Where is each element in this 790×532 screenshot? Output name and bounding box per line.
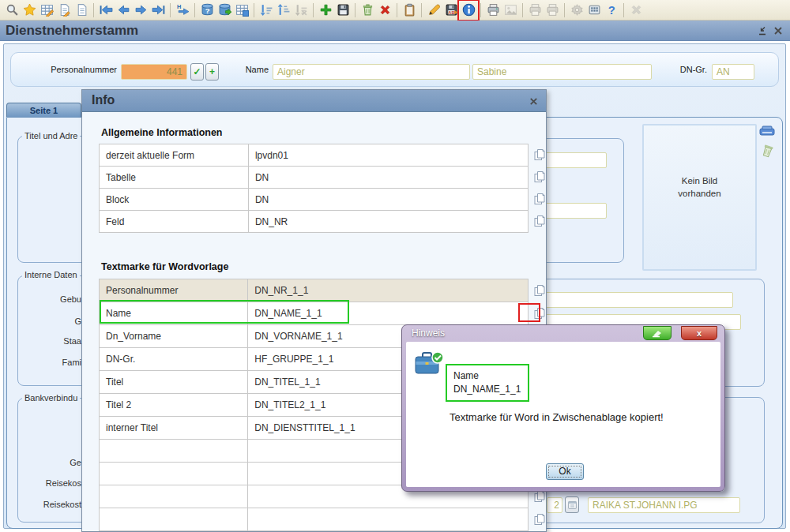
bank-number-input[interactable]: 2 <box>547 497 562 513</box>
bookmark-row: PersonalnummerDN_NR_1_1 <box>100 279 529 302</box>
clipboard-icon[interactable] <box>401 2 418 19</box>
tab-seite-1[interactable]: Seite 1 <box>6 103 81 117</box>
dngr-label: DN-Gr. <box>668 65 707 74</box>
field-label-ge: Ge <box>70 458 81 467</box>
field-label-staa: Staa <box>63 336 81 346</box>
save-icon[interactable] <box>334 2 352 19</box>
toolbar-separator <box>480 3 481 17</box>
save-as-icon[interactable] <box>442 2 460 19</box>
grid-edit-icon[interactable] <box>38 2 55 19</box>
restore-window-icon[interactable] <box>757 25 768 36</box>
field-label-reisekost: Reisekost <box>43 500 81 509</box>
section-allgemeine-informationen: Allgemeine Informationen <box>101 127 223 138</box>
copy-icon[interactable] <box>533 144 546 166</box>
hinweis-scan-button[interactable] <box>643 326 672 340</box>
bank-lookup-button[interactable] <box>565 496 579 513</box>
settings-icon <box>568 2 585 19</box>
field-label-gebu: Gebu <box>60 294 81 304</box>
table-row: BlockDN <box>100 189 529 211</box>
no-image-text: vorhanden <box>678 187 720 200</box>
info-dialog-title: Info <box>82 90 546 111</box>
bank-name-input[interactable]: RAIKA ST.JOHANN I.PG <box>588 497 740 513</box>
page-edit-icon[interactable] <box>55 2 73 19</box>
table-row: TabelleDN <box>100 167 529 189</box>
sort-desc-icon[interactable] <box>275 2 292 19</box>
toolbar-separator <box>522 3 523 17</box>
db-query-icon[interactable] <box>198 2 216 19</box>
hinweis-dialog-title: Hinweis <box>412 328 445 339</box>
add-button[interactable]: + <box>205 63 219 81</box>
close-form-icon[interactable] <box>773 25 784 36</box>
photo-upload-icon[interactable] <box>759 126 775 140</box>
copy-icon-highlight <box>518 303 540 322</box>
section-textmarke-wordvorlage: Textmarke für Wordvorlage <box>101 261 228 272</box>
search-icon[interactable] <box>3 2 21 19</box>
copy-icon[interactable] <box>533 210 546 232</box>
copy-icon[interactable] <box>533 166 546 188</box>
toolbar-separator <box>397 3 397 17</box>
delete-icon[interactable] <box>376 2 393 19</box>
help-icon[interactable] <box>603 2 620 19</box>
personalnummer-label: Personalnummer <box>16 65 117 74</box>
table-row: FeldDN_NR <box>100 211 529 233</box>
toolbar-separator <box>421 3 422 17</box>
next-record-icon[interactable] <box>132 2 149 19</box>
confirm-button[interactable]: ✓ <box>190 63 204 81</box>
previous-record-icon[interactable] <box>115 2 132 19</box>
toolbar-separator <box>170 3 171 17</box>
copy-icon[interactable] <box>533 188 546 210</box>
toolbar-separator <box>194 3 195 17</box>
field-label-reisekos: Reisekos <box>46 478 81 488</box>
copied-bookmark-highlight: Name DN_NAME_1_1 <box>446 364 529 402</box>
copied-bookmark-label: Name <box>453 369 528 383</box>
vorname-input[interactable]: Sabine <box>472 64 652 80</box>
toolbar-separator <box>93 3 94 17</box>
toolbar-separator <box>254 3 254 17</box>
groupbox-bankverbindung-label: Bankverbindu <box>22 393 80 403</box>
image-icon <box>502 2 519 19</box>
briefcase-check-icon <box>414 351 444 380</box>
edit-icon[interactable] <box>425 2 442 19</box>
table-link-icon[interactable] <box>233 2 250 19</box>
hinweis-dialog: Hinweis x Name DN_NAME_1_1 Textmarke für… <box>401 324 725 492</box>
db-refresh-icon[interactable] <box>216 2 233 19</box>
sort-asc-icon[interactable] <box>258 2 275 19</box>
copy-icon[interactable] <box>533 508 546 530</box>
toolbar-separator <box>623 3 624 17</box>
app-window: { "titlebar": { "title": "Dienstnehmerst… <box>0 0 790 532</box>
ok-button[interactable]: Ok <box>546 463 584 480</box>
last-record-icon[interactable] <box>149 2 167 19</box>
bookmark-row <box>100 508 529 531</box>
hinweis-message: Textmarke für Word in Zwischenablage kop… <box>450 411 664 423</box>
copy-icon-column <box>533 144 546 233</box>
copy-icon[interactable] <box>533 279 546 302</box>
field-label-fami: Fami <box>62 358 81 367</box>
groupbox-interne-daten-label: Interne Daten <box>22 270 80 279</box>
first-record-icon[interactable] <box>97 2 115 19</box>
print-mail-icon <box>544 2 561 19</box>
main-toolbar <box>0 0 790 21</box>
copied-bookmark-value: DN_NAME_1_1 <box>453 383 528 396</box>
hinweis-close-button[interactable]: x <box>681 326 717 340</box>
hinweis-dialog-body: Name DN_NAME_1_1 Textmarke für Word in Z… <box>406 342 720 487</box>
favorites-icon[interactable] <box>21 2 38 19</box>
personalnummer-input[interactable]: 441 <box>121 64 187 80</box>
form-titlebar: Dienstnehmerstamm <box>0 21 790 41</box>
print-doc-icon <box>526 2 544 19</box>
info-dialog-titlebar[interactable]: Info <box>82 90 546 112</box>
toolbar-separator <box>355 3 356 17</box>
name-label: Name <box>237 65 269 74</box>
no-image-text: Kein Bild <box>682 174 717 187</box>
dngr-input[interactable]: AN <box>712 64 754 80</box>
general-info-table: derzeit aktuelle Formlpvdn01 TabelleDN B… <box>99 144 546 233</box>
jump-to-record-icon[interactable] <box>174 2 191 19</box>
report-icon[interactable] <box>73 2 90 19</box>
keypad-icon[interactable] <box>585 2 603 19</box>
info-dialog-close-icon[interactable] <box>529 96 539 106</box>
print-icon[interactable] <box>484 2 502 19</box>
add-record-icon[interactable] <box>317 2 334 19</box>
info-icon[interactable] <box>460 2 477 19</box>
name-input[interactable]: Aigner <box>273 64 470 80</box>
toolbar-separator <box>564 3 565 17</box>
discard-icon[interactable] <box>359 2 376 19</box>
